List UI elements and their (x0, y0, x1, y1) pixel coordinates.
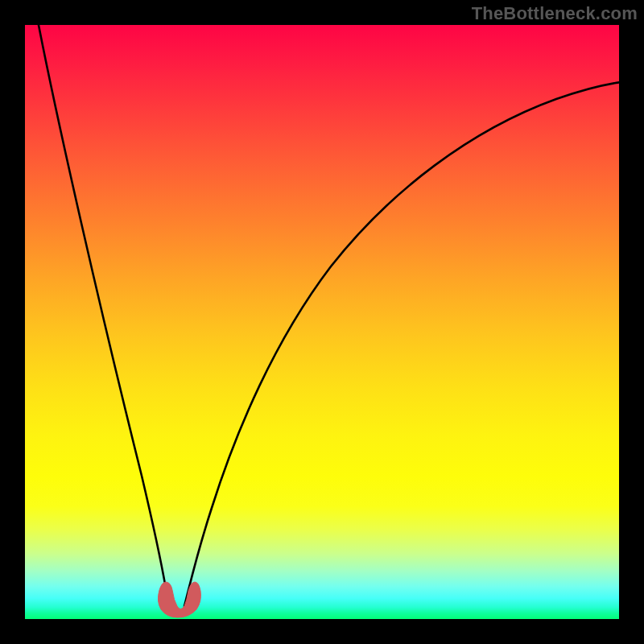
watermark-text: TheBottleneck.com (472, 3, 638, 24)
bottleneck-curve (25, 25, 619, 619)
curve-left-branch (37, 25, 170, 606)
plot-area (25, 25, 619, 619)
curve-right-branch (184, 81, 619, 606)
valley-blob (158, 582, 200, 617)
chart-frame: TheBottleneck.com (0, 0, 644, 644)
